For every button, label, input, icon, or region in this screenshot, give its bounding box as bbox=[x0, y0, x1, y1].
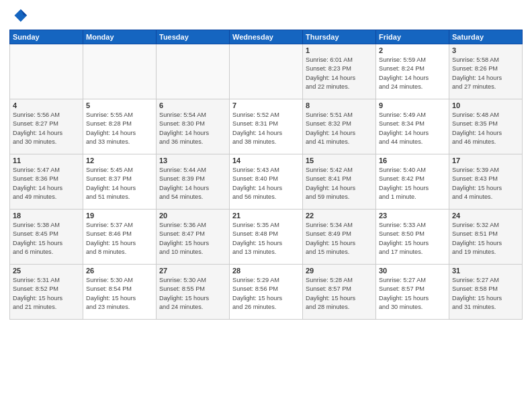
calendar-cell: 29Sunrise: 5:28 AM Sunset: 8:57 PM Dayli… bbox=[303, 265, 376, 320]
calendar-cell: 17Sunrise: 5:39 AM Sunset: 8:43 PM Dayli… bbox=[449, 154, 523, 210]
calendar-cell: 2Sunrise: 5:59 AM Sunset: 8:24 PM Daylig… bbox=[376, 44, 449, 99]
day-info: Sunrise: 5:30 AM Sunset: 8:54 PM Dayligh… bbox=[86, 276, 153, 312]
day-info: Sunrise: 5:42 AM Sunset: 8:41 PM Dayligh… bbox=[306, 166, 373, 201]
day-number: 20 bbox=[159, 212, 226, 220]
day-number: 27 bbox=[159, 267, 226, 275]
day-info: Sunrise: 6:01 AM Sunset: 8:23 PM Dayligh… bbox=[306, 56, 373, 91]
calendar-cell: 23Sunrise: 5:33 AM Sunset: 8:50 PM Dayli… bbox=[376, 210, 449, 265]
day-info: Sunrise: 5:55 AM Sunset: 8:28 PM Dayligh… bbox=[86, 111, 153, 146]
calendar-cell: 11Sunrise: 5:47 AM Sunset: 8:36 PM Dayli… bbox=[10, 154, 83, 210]
day-number: 10 bbox=[452, 101, 519, 109]
calendar-cell bbox=[10, 44, 83, 99]
day-info: Sunrise: 5:30 AM Sunset: 8:55 PM Dayligh… bbox=[159, 276, 226, 312]
day-info: Sunrise: 5:38 AM Sunset: 8:45 PM Dayligh… bbox=[13, 221, 80, 257]
svg-marker-0 bbox=[14, 9, 27, 22]
day-number: 21 bbox=[232, 212, 300, 220]
day-info: Sunrise: 5:39 AM Sunset: 8:43 PM Dayligh… bbox=[452, 166, 519, 201]
calendar-cell: 18Sunrise: 5:38 AM Sunset: 8:45 PM Dayli… bbox=[10, 210, 83, 265]
day-info: Sunrise: 5:37 AM Sunset: 8:46 PM Dayligh… bbox=[86, 221, 153, 257]
calendar-cell: 8Sunrise: 5:51 AM Sunset: 8:32 PM Daylig… bbox=[303, 99, 376, 154]
calendar-page: SundayMondayTuesdayWednesdayThursdayFrid… bbox=[0, 0, 532, 411]
day-number: 22 bbox=[306, 212, 373, 220]
calendar-cell: 22Sunrise: 5:34 AM Sunset: 8:49 PM Dayli… bbox=[303, 210, 376, 265]
calendar-cell: 16Sunrise: 5:40 AM Sunset: 8:42 PM Dayli… bbox=[376, 154, 449, 210]
calendar-cell: 28Sunrise: 5:29 AM Sunset: 8:56 PM Dayli… bbox=[230, 265, 303, 320]
day-number: 30 bbox=[379, 267, 446, 275]
day-info: Sunrise: 5:32 AM Sunset: 8:51 PM Dayligh… bbox=[452, 221, 519, 257]
day-info: Sunrise: 5:28 AM Sunset: 8:57 PM Dayligh… bbox=[306, 276, 373, 312]
day-number: 19 bbox=[86, 212, 153, 220]
day-number: 8 bbox=[306, 101, 373, 109]
calendar-cell: 6Sunrise: 5:54 AM Sunset: 8:30 PM Daylig… bbox=[157, 99, 230, 154]
day-number: 29 bbox=[306, 267, 373, 275]
day-info: Sunrise: 5:36 AM Sunset: 8:47 PM Dayligh… bbox=[159, 221, 226, 257]
day-number: 1 bbox=[306, 46, 373, 54]
calendar-cell: 27Sunrise: 5:30 AM Sunset: 8:55 PM Dayli… bbox=[157, 265, 230, 320]
calendar-cell: 5Sunrise: 5:55 AM Sunset: 8:28 PM Daylig… bbox=[83, 99, 157, 154]
day-info: Sunrise: 5:27 AM Sunset: 8:58 PM Dayligh… bbox=[452, 276, 519, 312]
day-info: Sunrise: 5:35 AM Sunset: 8:48 PM Dayligh… bbox=[232, 221, 300, 257]
day-number: 12 bbox=[86, 156, 153, 165]
day-info: Sunrise: 5:47 AM Sunset: 8:36 PM Dayligh… bbox=[13, 166, 80, 201]
day-number: 15 bbox=[306, 156, 373, 165]
header bbox=[9, 7, 523, 26]
day-info: Sunrise: 5:59 AM Sunset: 8:24 PM Dayligh… bbox=[379, 56, 446, 91]
day-number: 26 bbox=[86, 267, 153, 275]
day-header-monday: Monday bbox=[83, 30, 157, 44]
calendar-cell: 13Sunrise: 5:44 AM Sunset: 8:39 PM Dayli… bbox=[157, 154, 230, 210]
day-info: Sunrise: 5:40 AM Sunset: 8:42 PM Dayligh… bbox=[379, 166, 446, 201]
day-info: Sunrise: 5:27 AM Sunset: 8:57 PM Dayligh… bbox=[379, 276, 446, 312]
calendar-cell: 26Sunrise: 5:30 AM Sunset: 8:54 PM Dayli… bbox=[83, 265, 157, 320]
calendar-cell: 19Sunrise: 5:37 AM Sunset: 8:46 PM Dayli… bbox=[83, 210, 157, 265]
calendar-cell: 10Sunrise: 5:48 AM Sunset: 8:35 PM Dayli… bbox=[449, 99, 523, 154]
day-header-saturday: Saturday bbox=[449, 30, 523, 44]
calendar-cell bbox=[83, 44, 157, 99]
day-info: Sunrise: 5:33 AM Sunset: 8:50 PM Dayligh… bbox=[379, 221, 446, 257]
days-header-row: SundayMondayTuesdayWednesdayThursdayFrid… bbox=[10, 30, 523, 44]
day-header-sunday: Sunday bbox=[10, 30, 83, 44]
day-number: 16 bbox=[379, 156, 446, 165]
day-info: Sunrise: 5:34 AM Sunset: 8:49 PM Dayligh… bbox=[306, 221, 373, 257]
day-number: 4 bbox=[13, 101, 80, 109]
week-row-0: 1Sunrise: 6:01 AM Sunset: 8:23 PM Daylig… bbox=[10, 44, 523, 99]
day-header-wednesday: Wednesday bbox=[230, 30, 303, 44]
calendar-cell: 12Sunrise: 5:45 AM Sunset: 8:37 PM Dayli… bbox=[83, 154, 157, 210]
calendar-cell: 3Sunrise: 5:58 AM Sunset: 8:26 PM Daylig… bbox=[449, 44, 523, 99]
logo-icon bbox=[9, 7, 28, 26]
day-header-friday: Friday bbox=[376, 30, 449, 44]
day-number: 28 bbox=[232, 267, 300, 275]
week-row-2: 11Sunrise: 5:47 AM Sunset: 8:36 PM Dayli… bbox=[10, 154, 523, 210]
day-number: 18 bbox=[13, 212, 80, 220]
calendar-cell: 1Sunrise: 6:01 AM Sunset: 8:23 PM Daylig… bbox=[303, 44, 376, 99]
calendar-cell bbox=[157, 44, 230, 99]
day-info: Sunrise: 5:29 AM Sunset: 8:56 PM Dayligh… bbox=[232, 276, 300, 312]
calendar-cell: 24Sunrise: 5:32 AM Sunset: 8:51 PM Dayli… bbox=[449, 210, 523, 265]
day-number: 25 bbox=[13, 267, 80, 275]
calendar-cell: 4Sunrise: 5:56 AM Sunset: 8:27 PM Daylig… bbox=[10, 99, 83, 154]
day-info: Sunrise: 5:58 AM Sunset: 8:26 PM Dayligh… bbox=[452, 56, 519, 91]
day-info: Sunrise: 5:48 AM Sunset: 8:35 PM Dayligh… bbox=[452, 111, 519, 146]
day-info: Sunrise: 5:43 AM Sunset: 8:40 PM Dayligh… bbox=[232, 166, 300, 201]
calendar-table: SundayMondayTuesdayWednesdayThursdayFrid… bbox=[9, 30, 523, 320]
day-header-thursday: Thursday bbox=[303, 30, 376, 44]
logo bbox=[9, 7, 31, 26]
week-row-4: 25Sunrise: 5:31 AM Sunset: 8:52 PM Dayli… bbox=[10, 265, 523, 320]
day-header-tuesday: Tuesday bbox=[157, 30, 230, 44]
calendar-cell: 7Sunrise: 5:52 AM Sunset: 8:31 PM Daylig… bbox=[230, 99, 303, 154]
week-row-3: 18Sunrise: 5:38 AM Sunset: 8:45 PM Dayli… bbox=[10, 210, 523, 265]
day-number: 6 bbox=[159, 101, 226, 109]
day-info: Sunrise: 5:54 AM Sunset: 8:30 PM Dayligh… bbox=[159, 111, 226, 146]
calendar-cell: 14Sunrise: 5:43 AM Sunset: 8:40 PM Dayli… bbox=[230, 154, 303, 210]
day-number: 17 bbox=[452, 156, 519, 165]
calendar-cell: 25Sunrise: 5:31 AM Sunset: 8:52 PM Dayli… bbox=[10, 265, 83, 320]
day-info: Sunrise: 5:44 AM Sunset: 8:39 PM Dayligh… bbox=[159, 166, 226, 201]
calendar-cell: 9Sunrise: 5:49 AM Sunset: 8:34 PM Daylig… bbox=[376, 99, 449, 154]
day-number: 13 bbox=[159, 156, 226, 165]
calendar-cell: 30Sunrise: 5:27 AM Sunset: 8:57 PM Dayli… bbox=[376, 265, 449, 320]
day-info: Sunrise: 5:49 AM Sunset: 8:34 PM Dayligh… bbox=[379, 111, 446, 146]
day-info: Sunrise: 5:51 AM Sunset: 8:32 PM Dayligh… bbox=[306, 111, 373, 146]
calendar-cell: 21Sunrise: 5:35 AM Sunset: 8:48 PM Dayli… bbox=[230, 210, 303, 265]
day-number: 14 bbox=[232, 156, 300, 165]
day-info: Sunrise: 5:52 AM Sunset: 8:31 PM Dayligh… bbox=[232, 111, 300, 146]
calendar-cell: 15Sunrise: 5:42 AM Sunset: 8:41 PM Dayli… bbox=[303, 154, 376, 210]
